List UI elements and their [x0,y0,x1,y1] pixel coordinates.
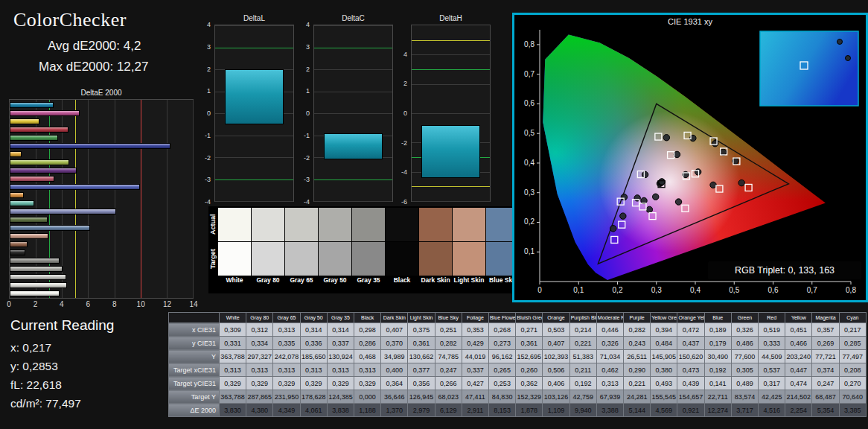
target-swatch [319,242,351,276]
deltae-bar [10,151,22,157]
swatch-column: Light Skin [453,208,485,285]
cie-tick-label: 0,5 [729,286,739,294]
table-row: ΔE 20003,8304,3804,3494,0613,8381,1881,3… [169,404,867,417]
table-cell: 0,337 [462,363,488,377]
table-cell: 0,537 [759,363,785,377]
deltae-x-tick-label: 0 [7,300,11,308]
table-cell: 77,497 [839,350,866,363]
measured-point [659,179,665,185]
table-cell: 0,427 [462,377,488,390]
table-row: Target xCIE310,3130,3130,3130,3130,3130,… [169,363,867,377]
measured-point [620,213,626,219]
table-cell: 0,333 [759,337,785,350]
deltae-bar [10,225,90,231]
column-header: Yellow [785,313,812,323]
deltac-reference-line [314,48,392,48]
table-cell: 30,490 [704,350,731,363]
table-cell: 70,640 [839,390,866,404]
deltac-y-tick-label: 1 [306,87,310,95]
column-header: Black [354,313,381,323]
measured-point [738,179,744,185]
table-cell: 36,646 [381,390,408,404]
table-cell: 124,385 [327,390,354,404]
target-swatch [252,242,284,276]
deltal-gridline [215,136,293,136]
deltac-gridline [314,25,392,26]
table-cell: 0,374 [812,363,839,377]
reading-fl: fL: 22,618 [10,378,62,392]
table-cell: 67,939 [596,390,623,404]
target-swatch [386,242,418,276]
table-cell: 0,468 [354,350,381,363]
table-cell: 130,662 [408,350,435,363]
actual-swatch [352,208,385,241]
table-cell: 2,911 [462,404,488,417]
table-cell: 0,305 [731,363,758,377]
table-cell: 4,349 [273,404,300,417]
table-cell: 0,314 [327,323,354,337]
deltae-bar [10,159,69,165]
table-cell: 3,717 [731,404,758,417]
deltae-gridline [167,100,167,298]
deltae-x-tick-label: 12 [163,300,171,308]
deltae-bar [10,217,48,223]
target-swatch [218,242,251,276]
table-cell: 0,356 [408,377,435,390]
deltae-reference-line [141,100,141,298]
table-cell: 0,334 [246,337,273,350]
table-cell: 287,865 [246,390,273,404]
table-cell: 4,569 [651,404,677,417]
table-cell: 0,394 [651,323,677,337]
inset-measured-point [837,39,843,45]
deltal-y-tick-label: -2 [205,154,211,162]
measurement-table: WhiteGray 80Gray 65Gray 50Gray 35BlackDa… [168,312,867,417]
table-cell: 0,429 [462,337,488,350]
cie-panel: CIE 1931 xy 00,10,20,30,40,50,60,70,80,1… [512,13,868,302]
table-cell: 0,000 [354,390,381,404]
table-cell: 0,370 [381,337,408,350]
table-cell: 0,493 [651,377,677,390]
table-cell: 0,312 [246,323,273,337]
cie-tick-label: 0,2 [524,217,534,226]
table-cell: 0,243 [624,337,651,350]
cie-tick-label: 0,5 [524,129,534,137]
table-cell: 1,109 [543,404,569,417]
table-cell: 0,407 [381,323,408,337]
deltae-bar [10,290,60,296]
row-label: Target yCIE31 [169,377,220,390]
avg-de2000-stat: Avg dE2000: 4,2 [48,39,141,54]
deltal-value-box [225,69,284,124]
table-cell: 77,721 [812,350,839,363]
table-cell: 0,329 [300,377,327,390]
table-cell: 0,921 [677,404,704,417]
deltae-bar [10,127,68,133]
deltae-bar [10,274,66,280]
table-cell: 297,327 [246,350,273,363]
table-cell: 242,078 [273,350,300,363]
column-header: Gray 50 [300,313,327,323]
column-header: Magenta [812,313,839,323]
cie-diagram: CIE 1931 xy 00,10,20,30,40,50,60,70,80,1… [514,15,866,300]
table-cell: 0,361 [516,337,543,350]
column-header: Gray 80 [246,313,273,323]
table-cell: 0,486 [731,337,758,350]
table-cell: 214,502 [785,390,812,404]
table-cell: 0,329 [273,377,300,390]
table-cell: 42,425 [759,390,785,404]
swatch-column: Black [386,208,418,285]
deltae-bar [10,258,60,264]
deltae-bar [10,192,24,198]
table-cell: 0,331 [220,337,246,350]
table-cell: 178,628 [300,390,327,404]
table-cell: 0,217 [839,323,866,337]
cie-tick-label: 0,4 [524,159,534,167]
deltac-y-tick-label: 4 [306,21,310,28]
measured-point [663,135,669,141]
deltah-y-tick-label: 0 [403,109,407,117]
deltac-y-tick-label: 3 [306,43,310,51]
table-cell: 51,383 [569,350,596,363]
deltal-gridline [215,157,293,158]
column-header: Orange [543,313,569,323]
table-cell: 0,361 [408,337,435,350]
cie-tick-label: 0,6 [768,286,779,294]
